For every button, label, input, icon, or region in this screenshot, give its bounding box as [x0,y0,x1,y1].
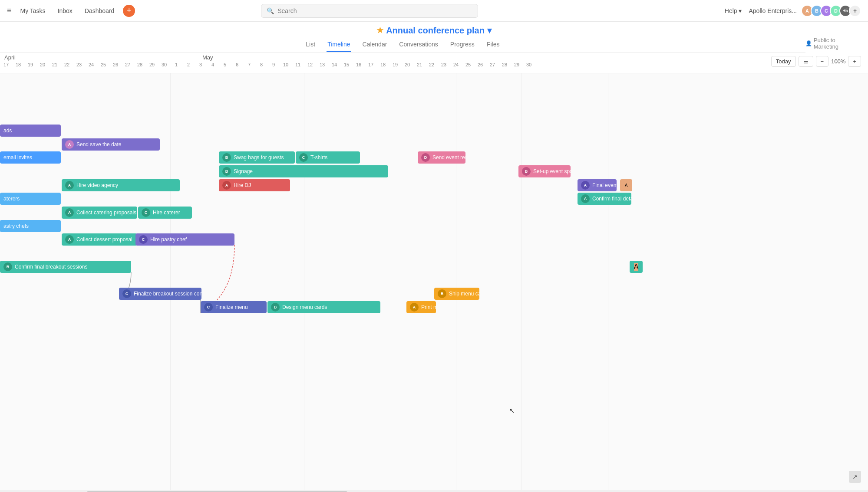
tab-calendar[interactable]: Calendar [362,38,388,52]
top-nav: ≡ My Tasks Inbox Dashboard + 🔍 Help ▾ Ap… [0,0,868,22]
left-label-caterers: aterers [0,193,61,205]
left-label-ads: ads [0,125,61,137]
project-tabs: List Timeline Calendar Conversations Pro… [0,36,805,52]
timeline-area: April May 17 18 19 20 21 22 23 24 25 26 … [0,52,868,492]
avatar-ship-menu-cards: B [438,289,446,298]
task-finalize-menu[interactable]: C Finalize menu [201,301,267,313]
tab-list[interactable]: List [305,38,316,52]
avatar-confirm-final-details: A [581,194,590,203]
task-tshirts[interactable]: C T-shirts [296,151,360,164]
nav-inbox[interactable]: Inbox [54,6,76,16]
task-send-event-reminder[interactable]: D Send event reminder [418,151,465,164]
zoom-level: 100% [831,58,845,65]
tab-files[interactable]: Files [486,38,501,52]
task-collect-catering[interactable]: A Collect catering proposals [62,207,137,219]
task-finalize-breakout[interactable]: C Finalize breakout session content [119,288,201,300]
help-link[interactable]: Help ▾ [725,7,742,14]
avatar-confirm-breakout: B [3,262,12,271]
avatar-tshirts: C [299,153,308,162]
left-label-pastry-chefs: astry chefs [0,220,61,232]
cursor: ↖ [509,407,514,412]
task-design-menu-cards[interactable]: B Design menu cards [267,301,380,313]
timeline-canvas: ads email invites aterers astry chefs A … [0,73,868,490]
connector-svg [0,73,868,490]
avatar-finalize-breakout: C [122,289,131,298]
nav-dashboard[interactable]: Dashboard [81,6,118,16]
zoom-out-button[interactable]: − [816,56,829,67]
month-april: April [4,54,16,61]
avatar-print-menu: A [410,303,419,312]
task-setup-event-space[interactable]: B Set-up event space [518,165,571,177]
public-icon: 👤 [805,40,812,46]
task-hire-dj[interactable]: A Hire DJ [219,179,290,191]
project-title[interactable]: ★ Annual conference plan ▾ [376,25,492,36]
search-input[interactable] [277,7,472,14]
date-ruler: April May 17 18 19 20 21 22 23 24 25 26 … [0,52,868,73]
task-confirm-final-details[interactable]: A Confirm final details [578,193,631,205]
task-confirm-breakout[interactable]: B Confirm final breakout sessions [0,261,131,273]
star-icon: ★ [376,26,383,35]
task-hire-caterer[interactable]: C Hire caterer [138,207,192,219]
left-label-email-invites: email invites [0,151,61,164]
avatar-final-event: A [581,181,590,190]
avatar-signage: B [222,167,231,176]
task-send-save-date[interactable]: A Send save the date [62,138,160,151]
task-swag-bags[interactable]: B Swag bags for guests [219,151,295,164]
avatar-send-save-date: A [65,140,74,149]
avatar-setup-event-space: B [522,167,531,176]
search-icon: 🔍 [267,7,274,14]
project-title-chevron: ▾ [487,25,492,36]
avatar-add[interactable]: + [849,5,861,17]
avatar-hire-video-agency: A [65,181,74,190]
task-hire-pastry-chef[interactable]: C Hire pastry chef [135,233,234,246]
nav-right: Help ▾ Apollo Enterpris... A B C D +5 + [725,5,861,17]
search-bar[interactable]: 🔍 [261,4,478,18]
avatar-collect-dessert: A [65,235,74,244]
nav-my-tasks[interactable]: My Tasks [17,6,49,16]
zoom-in-button[interactable]: + [848,56,861,67]
task-signage[interactable]: B Signage [219,165,388,177]
public-link[interactable]: 👤 Public to Marketing [805,37,858,52]
avatar-hire-caterer: C [142,208,150,217]
account-menu[interactable]: Apollo Enterpris... [749,7,797,14]
public-link-text: Public to Marketing [814,37,858,50]
project-title-text: Annual conference plan [386,26,485,36]
tab-timeline[interactable]: Timeline [327,38,351,52]
task-hire-video-agency[interactable]: A Hire video agency [62,179,180,191]
avatar-hire-dj: A [222,181,231,190]
nav-plus-button[interactable]: + [123,5,135,17]
task-collect-dessert[interactable]: A Collect dessert proposal [62,233,137,246]
avatar-group[interactable]: A B C D +5 + [804,5,861,17]
month-may: May [202,54,213,61]
task-ship-menu-cards[interactable]: B Ship menu cards to... [434,288,479,300]
avatar-swag-bags: B [222,153,231,162]
menu-icon[interactable]: ≡ [7,6,12,15]
project-header: ★ Annual conference plan ▾ List Timeline… [0,22,868,52]
avatar-finalize-menu: C [204,303,213,312]
avatar-hire-pastry-chef: C [139,235,148,244]
timeline-controls: Today ⚌ − 100% + [771,56,861,67]
avatar-design-menu-cards: B [271,303,280,312]
task-final-event[interactable]: A Final event... [578,179,617,191]
tab-conversations[interactable]: Conversations [398,38,439,52]
task-final-event-avatar2: A [620,179,632,191]
today-button[interactable]: Today [771,56,796,67]
tab-progress[interactable]: Progress [449,38,475,52]
grid-lines [0,73,868,490]
avatar-collect-catering: A [65,208,74,217]
task-print-menu[interactable]: A Print menu [406,301,436,313]
corner-button[interactable]: ↗ [849,471,861,483]
scrollbar-area[interactable] [0,490,868,492]
view-options-button[interactable]: ⚌ [799,56,813,67]
task-far-right-teal: A [630,261,643,273]
avatar-send-event-reminder: D [421,153,430,162]
